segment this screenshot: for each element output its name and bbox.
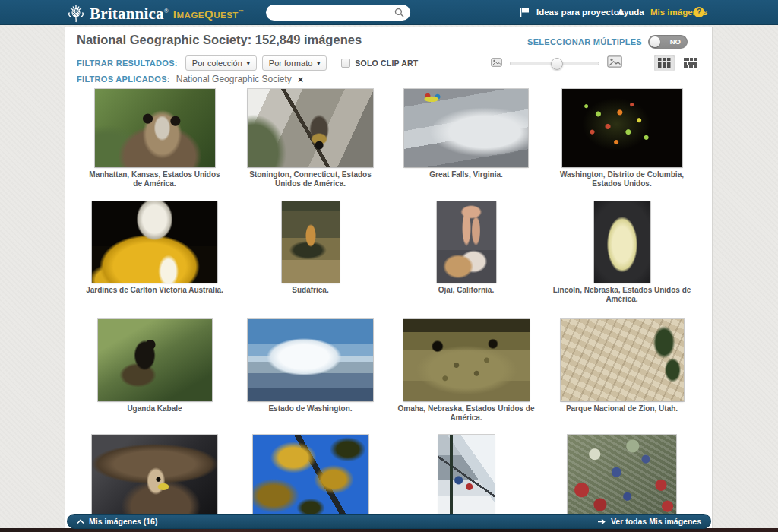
search-icon[interactable] [394, 8, 404, 17]
my-images-tray-toggle[interactable]: Mis imágenes (16) [77, 517, 157, 526]
image-result-cell[interactable]: Washington, Distrito de Columbia, Estado… [544, 89, 700, 201]
mosaic-view-button[interactable] [680, 55, 701, 71]
nav-ayuda[interactable]: Ayuda [618, 8, 644, 17]
brand-product-name: IMAGEQUEST™ [173, 8, 245, 21]
thumbnail-image[interactable] [248, 319, 373, 401]
thumbnail-image[interactable] [92, 435, 217, 516]
my-images-count-label: Mis imágenes (16) [89, 517, 157, 526]
image-result-cell[interactable]: Uganda Kabale [77, 319, 232, 435]
select-multiple-label: SELECCIONAR MÚLTIPLES [527, 37, 642, 46]
image-result-cell[interactable]: Ojai, California. [388, 201, 544, 319]
grid-view-button[interactable] [654, 55, 675, 71]
image-caption: Sudáfrica. [242, 286, 380, 295]
image-result-cell[interactable]: Estado de Washington. [232, 319, 388, 435]
top-header-bar: Britannica® IMAGEQUEST™ Ideas para proye… [0, 0, 778, 25]
image-caption: Jardines de Carlton Victoria Australia. [86, 286, 224, 295]
collection-dropdown-label: Por colección [192, 59, 242, 68]
thumbnail-image[interactable] [562, 89, 682, 167]
image-caption: Lincoln, Nebraska, Estados Unidos de Amé… [553, 286, 691, 304]
thumbnail-image[interactable] [95, 89, 215, 167]
image-result-cell[interactable]: Jardines de Carlton Victoria Australia. [77, 201, 232, 319]
help-question-icon[interactable]: ? [694, 7, 704, 17]
nav-ideas-para-proyectos[interactable]: Ideas para proyectos [536, 8, 624, 17]
clip-art-checkbox[interactable] [341, 59, 350, 68]
filter-toolbar: FILTRAR RESULTADOS: Por colección ▾ Por … [77, 55, 701, 71]
thumbnail-size-controls [491, 55, 701, 71]
select-multiple-control: SELECCIONAR MÚLTIPLES NO [527, 35, 688, 49]
image-result-cell[interactable]: Great Falls, Virginia. [388, 89, 544, 201]
results-panel: National Geographic Society: 152,849 imá… [65, 27, 713, 532]
image-caption: Manhattan, Kansas, Estados Unidos de Amé… [86, 170, 224, 188]
britannica-imagequest-logo[interactable]: Britannica® IMAGEQUEST™ [67, 2, 244, 26]
remove-filter-icon[interactable]: × [298, 74, 304, 84]
thumbnail-image[interactable] [561, 319, 684, 401]
search-input[interactable] [272, 8, 394, 17]
clip-art-label: SOLO CLIP ART [355, 59, 418, 68]
thumbnail-image[interactable] [253, 435, 368, 516]
collection-dropdown[interactable]: Por colección ▾ [185, 55, 257, 71]
my-images-tray-bar: Mis imágenes (16) Ver todas Mis imágenes [67, 514, 711, 529]
search-box [266, 5, 410, 21]
image-results-grid: Manhattan, Kansas, Estados Unidos de Amé… [77, 89, 700, 532]
thumbnail-image[interactable] [438, 435, 495, 516]
thumbnail-image[interactable] [594, 201, 650, 283]
brand-name: Britannica® [90, 5, 169, 24]
image-caption: Estado de Washington. [242, 404, 380, 413]
view-all-my-images-link[interactable]: Ver todas Mis imágenes [597, 517, 701, 526]
slider-handle[interactable] [551, 58, 563, 70]
thumbnail-image[interactable] [568, 435, 676, 516]
image-caption: Great Falls, Virginia. [397, 170, 536, 179]
image-caption: Parque Nacional de Zion, Utah. [553, 404, 691, 413]
image-caption: Omaha, Nebraska, Estados Unidos de Améri… [397, 404, 536, 423]
toggle-knob [650, 36, 660, 47]
image-result-cell[interactable]: Manhattan, Kansas, Estados Unidos de Amé… [77, 89, 232, 201]
thumbnail-image[interactable] [282, 201, 340, 283]
applied-filter-chip: National Geographic Society [176, 74, 292, 84]
filter-results-label: FILTRAR RESULTADOS: [77, 59, 178, 68]
image-result-cell[interactable]: Omaha, Nebraska, Estados Unidos de Améri… [388, 319, 544, 435]
flag-icon[interactable] [519, 7, 530, 21]
image-caption: Washington, Distrito de Columbia, Estado… [553, 170, 691, 188]
chevron-down-icon: ▾ [317, 60, 320, 67]
image-result-cell[interactable]: Stonington, Connecticut, Estados Unidos … [232, 89, 388, 201]
thumbnail-image[interactable] [98, 319, 212, 401]
arrow-right-icon [597, 518, 606, 525]
chevron-down-icon: ▾ [247, 60, 250, 67]
thumbnail-image[interactable] [403, 319, 530, 401]
thistle-logo-icon [67, 2, 86, 26]
large-image-size-icon [607, 55, 622, 71]
applied-filters-bar: FILTROS APLICADOS: National Geographic S… [77, 74, 303, 84]
image-caption: Ojai, California. [397, 286, 536, 295]
view-all-label: Ver todas Mis imágenes [611, 517, 701, 526]
view-mode-toggles [654, 55, 701, 71]
image-result-cell[interactable]: Lincoln, Nebraska, Estados Unidos de Amé… [544, 201, 700, 319]
image-caption: Uganda Kabale [86, 404, 224, 413]
thumbnail-image[interactable] [437, 201, 496, 283]
format-dropdown-label: Por formato [269, 59, 312, 68]
thumbnail-image[interactable] [92, 201, 217, 283]
format-dropdown[interactable]: Por formato ▾ [262, 55, 327, 71]
image-result-cell[interactable]: Parque Nacional de Zion, Utah. [544, 319, 700, 435]
image-caption: Stonington, Connecticut, Estados Unidos … [242, 170, 380, 188]
thumbnail-image[interactable] [248, 89, 373, 167]
select-multiple-toggle[interactable]: NO [648, 35, 688, 49]
page-title: National Geographic Society: 152,849 imá… [77, 33, 362, 47]
image-result-cell[interactable]: Sudáfrica. [232, 201, 388, 319]
thumbnail-size-slider[interactable] [510, 62, 599, 65]
thumbnail-image[interactable] [404, 89, 528, 167]
applied-filters-label: FILTROS APLICADOS: [77, 74, 170, 84]
small-image-size-icon [491, 56, 502, 70]
toggle-state-label: NO [670, 37, 681, 46]
chevron-up-icon [77, 519, 84, 524]
